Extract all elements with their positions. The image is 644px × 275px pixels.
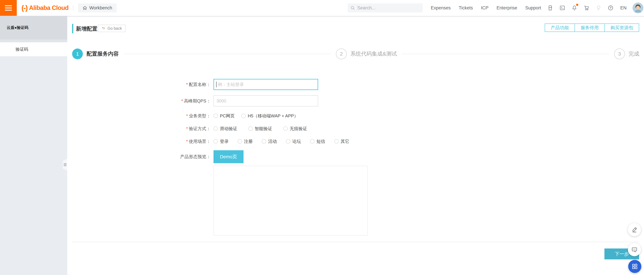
radio-label: H5（移动端WAP + APP） [248,113,298,119]
usage-scene-row: *使用场景： 登录 注册 活动 论坛 短信 [72,138,639,145]
radio-verify-slide[interactable]: 滑动验证 [214,126,237,132]
hamburger-menu-button[interactable] [0,0,17,16]
go-back-label: Go back [108,26,122,31]
bulb-icon[interactable] [596,5,602,11]
config-name-label: 配置名称： [189,82,211,87]
radio-scene-register[interactable]: 注册 [238,139,253,144]
alibaba-cloud-logo[interactable]: (-) Alibaba Cloud [22,4,68,12]
notification-dot [576,4,578,6]
help-icon[interactable]: ? [608,5,614,11]
navbar-divider [73,5,73,11]
radio-circle [334,139,338,144]
product-features-button[interactable]: 产品功能 [545,24,575,32]
captcha-preview-box [214,166,368,235]
required-asterisk: * [186,126,188,131]
avatar[interactable] [632,3,643,13]
svg-text:APP: APP [548,7,552,9]
nav-link-support[interactable]: Support [525,5,541,11]
nav-link-icp[interactable]: ICP [481,5,488,11]
search-icon [350,6,355,10]
required-asterisk: * [186,82,188,87]
radio-circle [214,114,218,118]
peak-qps-input[interactable] [214,95,318,106]
workbench-button[interactable]: Workbench [78,3,116,13]
cart-icon[interactable] [584,5,589,11]
preview-row: 产品形态预览： Demo页 [72,150,639,163]
preview-box-row [72,166,639,235]
buy-resource-pack-button[interactable]: 购买资源包 [605,24,639,32]
radio-label: 注册 [244,139,253,144]
title-accent-bar [72,24,73,33]
return-arrow-icon [102,26,106,30]
language-selector[interactable]: EN [620,5,626,11]
verify-method-label: 验证方式： [189,126,211,131]
nav-link-expenses[interactable]: Expenses [431,5,451,11]
radio-business-h5[interactable]: H5（移动端WAP + APP） [241,113,298,119]
sidebar: 云盾●验证码 验证码 [0,16,67,275]
step-2-badge: 2 [336,49,347,59]
sidebar-item-captcha[interactable]: 验证码 [0,42,67,56]
step-2: 2 系统代码集成&测试 [336,49,397,59]
step-1: 1 配置服务内容 [72,49,119,59]
quick-entry-fab[interactable] [628,260,641,273]
radio-label: 滑动验证 [220,126,237,132]
radio-circle [262,139,266,144]
required-asterisk: * [186,139,188,144]
alibaba-cloud-logo-icon: (-) [22,4,27,12]
radio-label: PC网页 [220,113,234,119]
radio-label: 智能验证 [255,126,272,132]
radio-scene-login[interactable]: 登录 [214,139,228,144]
usage-scene-label: 使用场景： [189,139,211,144]
radio-label: 论坛 [292,139,301,144]
step-1-label: 配置服务内容 [86,50,119,58]
app-download-icon[interactable]: APP [548,5,553,11]
step-3: 3 完成 [614,49,639,59]
radio-circle [238,139,242,144]
radio-verify-traceless[interactable]: 无痕验证 [283,126,307,132]
step-connector-1 [124,54,331,54]
radio-circle [241,114,246,118]
radio-business-pc-web[interactable]: PC网页 [214,113,234,119]
chat-icon [631,246,638,253]
radio-scene-other[interactable]: 其它 [334,139,349,144]
config-form: *配置名称： *高峰期QPS： *业务类型： PC网页 H5（移动端WAP + … [72,79,639,235]
navbar-search [348,3,423,13]
nav-link-tickets[interactable]: Tickets [459,5,473,11]
radio-scene-forum[interactable]: 论坛 [286,139,301,144]
radio-verify-smart[interactable]: 智能验证 [248,126,272,132]
verify-method-row: *验证方式： 滑动验证 智能验证 无痕验证 [72,125,639,132]
main-content: 新增配置 Go back 产品功能 服务停用 购买资源包 1 配置服务内容 2 … [67,16,644,275]
sidebar-body [0,56,67,275]
service-disable-button[interactable]: 服务停用 [575,24,605,32]
home-icon [82,5,88,11]
pencil-icon [631,226,638,233]
radio-scene-activity[interactable]: 活动 [262,139,277,144]
nav-link-enterprise[interactable]: Enterprise [496,5,517,11]
radio-scene-sms[interactable]: 短信 [310,139,325,144]
hamburger-icon [5,4,12,12]
step-1-badge: 1 [72,49,83,59]
workbench-label: Workbench [90,5,112,11]
radio-circle [214,126,218,131]
sidebar-collapse-handle[interactable] [63,159,67,171]
go-back-button[interactable]: Go back [98,25,126,32]
step-3-label: 完成 [628,50,639,58]
header-action-buttons: 产品功能 服务停用 购买资源包 [545,24,639,32]
svg-text:?: ? [610,6,612,10]
sidebar-strip [0,40,67,42]
search-input[interactable] [358,5,420,11]
peak-qps-row: *高峰期QPS： [72,95,639,106]
radio-circle [286,139,290,144]
demo-page-button[interactable]: Demo页 [214,150,244,163]
required-asterisk: * [186,113,188,118]
chat-support-fab[interactable] [628,243,641,256]
config-name-input[interactable] [214,79,318,90]
required-asterisk: * [181,98,183,103]
terminal-icon[interactable] [560,5,565,11]
step-3-badge: 3 [614,49,625,59]
business-type-label: 业务类型： [189,113,211,118]
step-connector-2 [402,54,609,54]
feedback-pencil-fab[interactable] [628,223,641,236]
bell-icon[interactable] [572,5,577,11]
radio-label: 登录 [220,139,228,144]
